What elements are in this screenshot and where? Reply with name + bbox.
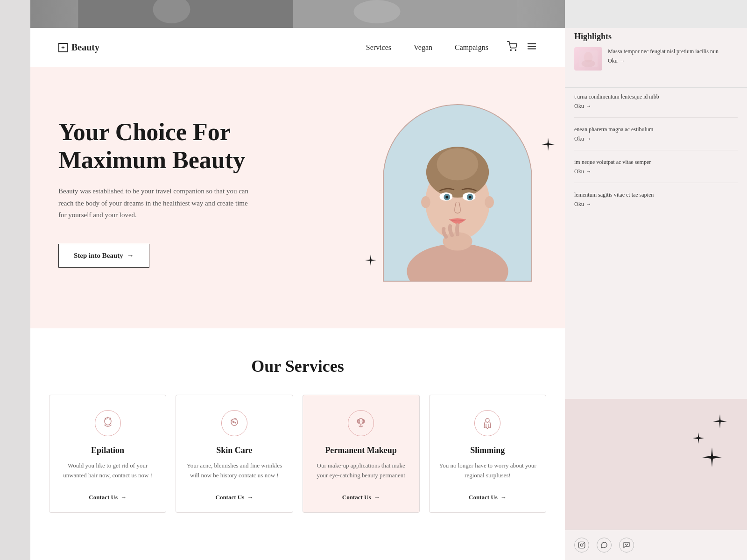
sparkle-top-right-icon xyxy=(541,137,556,155)
highlight-featured: Massa tempor nec feugiat nisl pretium ia… xyxy=(574,47,738,71)
hero-text: Your Choice For Maximum Beauty Beauty wa… xyxy=(58,118,282,267)
svg-point-30 xyxy=(233,421,234,423)
article-read-link-3[interactable]: Oku → xyxy=(574,168,738,175)
svg-point-4 xyxy=(354,0,401,23)
article-title-2: enean pharetra magna ac estibulum xyxy=(574,125,738,134)
svg-point-41 xyxy=(582,60,595,67)
nav-link-services[interactable]: Services xyxy=(366,43,391,52)
brand-icon: + xyxy=(58,43,68,52)
svg-point-43 xyxy=(580,544,583,546)
slimming-contact-link[interactable]: Contact Us → xyxy=(469,494,507,501)
social-icons-bar xyxy=(565,530,747,560)
highlight-content: Massa tempor nec feugiat nisl pretium ia… xyxy=(608,47,719,64)
svg-point-5 xyxy=(510,50,511,50)
skincare-desc: Your acne, blemishes and fine wrinkles w… xyxy=(185,461,283,481)
epilation-icon xyxy=(95,410,121,436)
sparkle-bottom-left-icon xyxy=(364,254,377,269)
skincare-contact-link[interactable]: Contact Us → xyxy=(216,494,254,501)
cart-icon[interactable] xyxy=(507,41,517,54)
contact-arrow-icon-3: → xyxy=(374,494,380,501)
hero-arch-frame xyxy=(383,104,532,282)
highlight-thumb xyxy=(574,47,602,71)
services-section: Our Services Epilation Would y xyxy=(30,328,565,550)
article-item-1: t urna condimentum lentesque id nibb Oku… xyxy=(574,92,738,118)
svg-point-17 xyxy=(485,196,494,208)
right-highlights: Highlights Massa tempor nec feugiat nisl… xyxy=(565,28,747,87)
contact-arrow-icon: → xyxy=(120,494,127,501)
article-item-4: lementum sagitis vitae et tae sapien Oku… xyxy=(574,191,738,215)
cta-arrow-icon: → xyxy=(127,252,134,260)
services-grid: Epilation Would you like to get rid of y… xyxy=(49,395,546,513)
nav-link-vegan[interactable]: Vegan xyxy=(414,43,432,52)
read-arrow-3: → xyxy=(586,168,592,175)
hero-title: Your Choice For Maximum Beauty xyxy=(58,118,282,174)
hero-section: Your Choice For Maximum Beauty Beauty wa… xyxy=(30,67,565,328)
brand-name: Beauty xyxy=(71,42,99,53)
svg-rect-42 xyxy=(578,542,585,548)
instagram-icon[interactable] xyxy=(574,538,589,553)
svg-point-16 xyxy=(421,196,430,208)
services-title: Our Services xyxy=(49,356,546,376)
skincare-name: Skin Care xyxy=(216,446,252,455)
nav-links: Services Vegan Campaigns xyxy=(366,43,488,52)
highlights-title: Highlights xyxy=(574,32,738,42)
main-content: + Beauty Services Vegan Campaigns xyxy=(30,28,565,560)
read-arrow-1: → xyxy=(586,103,592,110)
svg-point-44 xyxy=(583,543,584,544)
hero-description: Beauty was established to be your travel… xyxy=(58,185,254,221)
article-title-3: im neque volutpat ac vitae semper xyxy=(574,158,738,166)
makeup-desc: Our make-up applications that make your … xyxy=(312,461,410,481)
service-card-slimming: Slimming You no longer have to worry abo… xyxy=(429,395,546,513)
sparkle-large-3-icon xyxy=(700,446,724,473)
slimming-desc: You no longer have to worry about your r… xyxy=(439,461,536,481)
makeup-name: Permanent Makeup xyxy=(325,446,396,455)
right-panel: Highlights Massa tempor nec feugiat nisl… xyxy=(565,28,747,560)
epilation-contact-link[interactable]: Contact Us → xyxy=(89,494,127,501)
brand: + Beauty xyxy=(58,42,99,53)
article-read-link-1[interactable]: Oku → xyxy=(574,103,738,110)
service-card-epilation: Epilation Would you like to get rid of y… xyxy=(49,395,166,513)
contact-arrow-icon-2: → xyxy=(247,494,253,501)
nav-link-campaigns[interactable]: Campaigns xyxy=(455,43,488,52)
step-beauty-button[interactable]: Step into Beauty → xyxy=(58,244,149,268)
navbar: + Beauty Services Vegan Campaigns xyxy=(30,28,565,67)
slimming-name: Slimming xyxy=(470,446,505,455)
messenger-icon[interactable] xyxy=(619,538,634,553)
makeup-contact-link[interactable]: Contact Us → xyxy=(342,494,380,501)
sparkle-large-2-icon xyxy=(692,432,705,447)
whatsapp-icon[interactable] xyxy=(597,538,612,553)
left-panel xyxy=(0,0,30,560)
top-strip-image xyxy=(30,0,565,28)
svg-rect-3 xyxy=(293,0,517,28)
highlight-text: Massa tempor nec feugiat nisl pretium ia… xyxy=(608,47,719,56)
article-title-1: t urna condimentum lentesque id nibb xyxy=(574,92,738,101)
hero-image-container xyxy=(378,104,537,282)
svg-point-22 xyxy=(445,196,448,198)
epilation-name: Epilation xyxy=(91,446,124,455)
read-arrow-2: → xyxy=(586,135,592,142)
epilation-desc: Would you like to get rid of your unwant… xyxy=(59,461,156,481)
slimming-icon xyxy=(474,410,500,436)
service-card-makeup: Permanent Makeup Our make-up application… xyxy=(303,395,420,513)
svg-point-23 xyxy=(469,196,472,198)
sparkle-large-1-icon xyxy=(712,413,728,432)
article-title-4: lementum sagitis vitae et tae sapien xyxy=(574,191,738,199)
right-articles: t urna condimentum lentesque id nibb Oku… xyxy=(565,87,747,227)
service-card-skincare: Skin Care Your acne, blemishes and fine … xyxy=(176,395,293,513)
skincare-icon xyxy=(221,410,247,436)
read-arrow-icon: → xyxy=(620,57,625,64)
contact-arrow-icon-4: → xyxy=(500,494,507,501)
highlight-read-link[interactable]: Oku → xyxy=(608,57,719,64)
svg-point-31 xyxy=(235,422,236,423)
top-strip xyxy=(30,0,565,28)
svg-point-6 xyxy=(515,50,516,50)
nav-icons xyxy=(507,41,537,54)
makeup-icon xyxy=(348,410,374,436)
read-arrow-4: → xyxy=(586,201,592,208)
article-read-link-4[interactable]: Oku → xyxy=(574,201,738,208)
article-read-link-2[interactable]: Oku → xyxy=(574,135,738,142)
article-item-3: im neque volutpat ac vitae semper Oku → xyxy=(574,158,738,183)
right-panel-decorative xyxy=(565,399,747,530)
article-item-2: enean pharetra magna ac estibulum Oku → xyxy=(574,125,738,150)
menu-icon[interactable] xyxy=(527,41,537,54)
